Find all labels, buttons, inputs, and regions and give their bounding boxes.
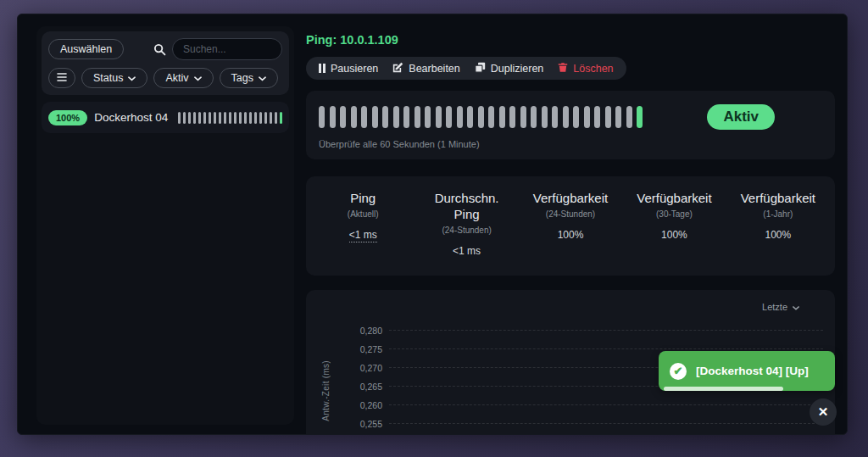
sidebar-search-panel: Auswählen [42, 31, 289, 95]
monitor-name: Dockerhost 04 [94, 111, 168, 124]
heartbeat-bar [214, 112, 217, 124]
filter-active-dropdown[interactable]: Aktiv [153, 68, 213, 88]
heartbeat-bar-row [319, 106, 643, 128]
heartbeat-bar [563, 106, 569, 128]
up-toast-notification[interactable]: ✔ [Dockerhost 04] [Up] [659, 351, 835, 391]
heartbeat-bar [224, 112, 227, 124]
stat-uptime-1y: Verfügbarkeit (1-Jahr) 100% [726, 191, 830, 257]
monitor-list-item[interactable]: 100% Dockerhost 04 [42, 102, 289, 133]
heartbeat-bar [275, 112, 278, 124]
heartbeat-bar [280, 112, 283, 124]
heartbeat-bar [488, 106, 494, 128]
gridline [389, 348, 823, 349]
search-icon [153, 43, 166, 56]
heartbeat-bar [573, 106, 579, 128]
delete-button[interactable]: Löschen [558, 62, 613, 75]
select-button[interactable]: Auswählen [48, 39, 124, 59]
y-tick: 0,255 [353, 419, 382, 429]
heartbeat-bar [193, 112, 197, 124]
status-badge: Aktiv [707, 104, 775, 130]
stat-subtitle: (Aktuell) [311, 209, 415, 219]
heartbeat-bar [244, 112, 248, 124]
stat-subtitle: (24-Stunden) [519, 209, 622, 219]
action-bar: Pausieren Bearbeiten Dup [306, 57, 626, 80]
stat-ping-current: Ping (Aktuell) <1 ms [311, 191, 415, 257]
close-button[interactable]: ✕ [810, 398, 837, 426]
edit-button[interactable]: Bearbeiten [392, 62, 459, 75]
heartbeat-bar [330, 106, 336, 128]
duplicate-label: Duplizieren [491, 63, 544, 75]
heartbeat-bar [219, 112, 222, 124]
heartbeat-bar [425, 106, 431, 128]
stat-uptime-30d: Verfügbarkeit (30-Tage) 100% [622, 191, 726, 257]
heartbeat-bar [626, 106, 632, 128]
search-input[interactable] [172, 38, 282, 60]
filter-label: Status [93, 72, 123, 84]
heartbeat-bar [209, 112, 212, 124]
stat-subtitle: (1-Jahr) [726, 209, 830, 219]
filter-label: Tags [231, 72, 253, 84]
heartbeat-bar [509, 106, 515, 128]
heartbeat-bar [203, 112, 207, 124]
heartbeat-bar [584, 106, 590, 128]
filter-status-dropdown[interactable]: Status [81, 68, 147, 88]
delete-label: Löschen [573, 63, 613, 75]
duplicate-button[interactable]: Duplizieren [475, 62, 544, 75]
stat-title: Durchschn. Ping [428, 191, 506, 223]
chart-period-dropdown[interactable]: Letzte [762, 302, 799, 312]
heartbeat-bar [361, 106, 367, 128]
y-tick: 0,270 [353, 363, 382, 373]
gridline [389, 330, 823, 331]
filter-tags-dropdown[interactable]: Tags [220, 68, 278, 88]
edit-icon [392, 62, 403, 75]
heartbeat-bar [542, 106, 548, 128]
close-icon: ✕ [818, 404, 829, 420]
y-axis-label: Antw.-Zeit (ms) [321, 360, 331, 421]
heartbeat-bar [264, 112, 268, 124]
stat-title: Verfügbarkeit [622, 191, 726, 207]
check-interval-text: Überprüfe alle 60 Sekunden (1 Minute) [319, 139, 822, 149]
heartbeat-bar [478, 106, 484, 128]
stat-value: 100% [726, 229, 830, 241]
list-layout-button[interactable] [48, 68, 75, 88]
heartbeat-bar [259, 112, 263, 124]
pause-button[interactable]: Pausieren [319, 63, 378, 75]
heartbeat-bar [372, 106, 378, 128]
desktop-background: { "colors": { "accent_green": "#5cdd8b",… [0, 0, 868, 457]
chart-period-label: Letzte [762, 302, 787, 312]
page-title: Ping: 10.0.1.109 [306, 33, 835, 47]
heartbeat-bar [254, 112, 258, 124]
heartbeat-bar-row [178, 112, 283, 124]
stat-title: Ping [311, 191, 415, 207]
heartbeat-bar [239, 112, 242, 124]
heartbeat-bar [229, 112, 232, 124]
heartbeat-bar [319, 106, 325, 128]
heartbeat-bar [457, 106, 463, 128]
heartbeat-bar [340, 106, 346, 128]
heartbeat-bar [415, 106, 420, 128]
heartbeat-card: Aktiv Überprüfe alle 60 Sekunden (1 Minu… [306, 91, 835, 159]
heartbeat-bar [594, 106, 600, 128]
stat-title: Verfügbarkeit [519, 191, 622, 207]
heartbeat-bar [188, 112, 192, 124]
heartbeat-bar [393, 106, 399, 128]
pause-icon [319, 64, 326, 73]
chevron-down-icon [128, 75, 136, 81]
stat-value: <1 ms [349, 229, 377, 242]
heartbeat-bar [552, 106, 558, 128]
stat-value: 100% [622, 229, 726, 241]
trash-icon [558, 62, 568, 75]
heartbeat-bar [531, 106, 537, 128]
stat-subtitle: (30-Tage) [622, 209, 726, 219]
toast-progress [664, 387, 783, 391]
check-circle-icon: ✔ [670, 363, 687, 380]
y-tick: 0,260 [353, 400, 382, 410]
heartbeat-bar [270, 112, 273, 124]
heartbeat-bar [520, 106, 526, 128]
heartbeat-bar [234, 112, 237, 124]
chevron-down-icon [194, 75, 202, 81]
stat-uptime-24h: Verfügbarkeit (24-Stunden) 100% [519, 191, 622, 257]
heartbeat-bar [351, 106, 357, 128]
copy-icon [475, 62, 486, 75]
heartbeat-bar [637, 106, 643, 128]
